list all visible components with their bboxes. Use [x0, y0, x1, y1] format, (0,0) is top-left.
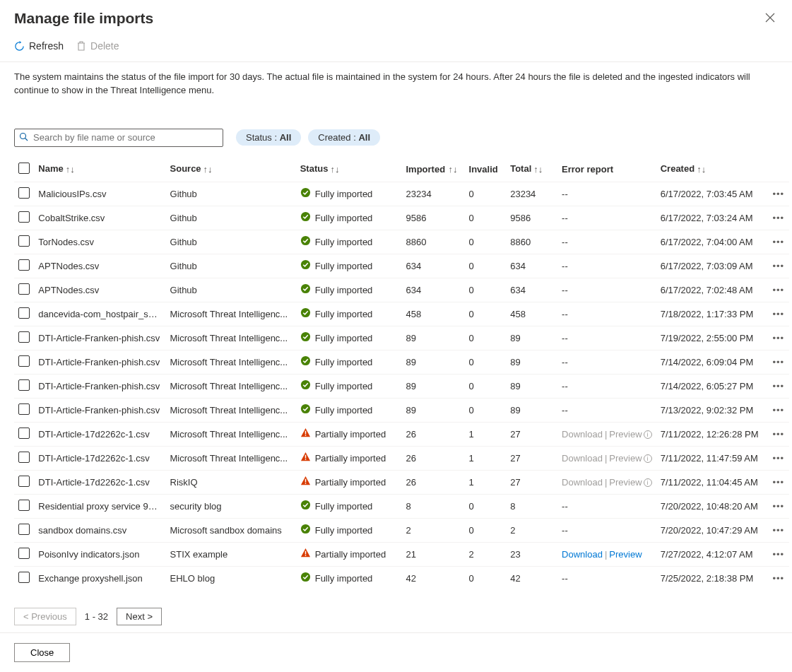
svg-point-6: [301, 284, 310, 293]
error-download-link[interactable]: Download: [562, 453, 603, 464]
row-menu-button[interactable]: •••: [768, 326, 789, 350]
row-menu-button[interactable]: •••: [768, 518, 789, 542]
prev-page-button[interactable]: < Previous: [14, 608, 76, 625]
col-invalid[interactable]: Invalid: [465, 157, 507, 182]
row-checkbox[interactable]: [18, 331, 30, 343]
delete-button[interactable]: Delete: [76, 40, 119, 52]
col-imported[interactable]: Imported↑↓: [401, 157, 464, 182]
imports-table: Name↑↓ Source↑↓ Status↑↓ Imported↑↓ Inva…: [14, 157, 789, 590]
select-all-checkbox[interactable]: [18, 163, 30, 174]
table-row: DTI-Article-Franken-phish.csvMicrosoft T…: [14, 374, 789, 398]
error-preview-link[interactable]: Preview: [609, 429, 642, 440]
cell-source: STIX example: [166, 542, 296, 566]
filter-created-pill[interactable]: Created : All: [308, 129, 380, 146]
row-checkbox[interactable]: [18, 307, 30, 319]
row-menu-button[interactable]: •••: [768, 302, 789, 326]
warning-triangle-icon: [300, 476, 311, 488]
row-checkbox[interactable]: [18, 572, 30, 583]
cell-total: 2: [506, 518, 557, 542]
row-menu-button[interactable]: •••: [768, 182, 789, 206]
cell-total: 458: [506, 302, 557, 326]
info-icon: i: [644, 478, 652, 487]
error-download-link[interactable]: Download: [562, 429, 603, 440]
row-checkbox[interactable]: [18, 379, 30, 391]
error-preview-link[interactable]: Preview: [609, 453, 642, 464]
cell-created: 7/14/2022, 6:05:27 PM: [656, 374, 768, 398]
col-source[interactable]: Source↑↓: [166, 157, 296, 182]
refresh-button[interactable]: Refresh: [14, 40, 64, 52]
sort-icon: ↑↓: [449, 164, 458, 175]
close-icon-button[interactable]: [762, 10, 778, 28]
row-menu-button[interactable]: •••: [768, 398, 789, 422]
row-menu-button[interactable]: •••: [768, 470, 789, 494]
warning-triangle-icon: [300, 548, 311, 560]
table-row: APTNodes.csvGithubFully imported6340634-…: [14, 254, 789, 278]
row-menu-button[interactable]: •••: [768, 254, 789, 278]
cell-created: 7/20/2022, 10:47:29 AM: [656, 518, 768, 542]
cell-name: Exchange proxyshell.json: [34, 566, 165, 590]
row-checkbox[interactable]: [18, 187, 30, 199]
error-preview-link[interactable]: Preview: [609, 549, 642, 560]
error-report-none: --: [562, 189, 568, 199]
cell-total: 634: [506, 254, 557, 278]
cell-imported: 634: [401, 278, 464, 302]
col-name[interactable]: Name↑↓: [34, 157, 165, 182]
row-checkbox[interactable]: [18, 524, 30, 535]
svg-rect-14: [305, 455, 306, 459]
error-preview-link[interactable]: Preview: [609, 477, 642, 488]
cell-error-report: Download|Previewi: [557, 422, 656, 446]
cell-imported: 23234: [401, 182, 464, 206]
row-menu-button[interactable]: •••: [768, 374, 789, 398]
cell-source: RiskIQ: [166, 470, 296, 494]
cell-status: Fully imported: [315, 261, 373, 271]
cell-error-report: Download|Preview: [557, 542, 656, 566]
error-report-none: --: [562, 261, 568, 271]
col-error-report[interactable]: Error report: [557, 157, 656, 182]
cell-created: 7/11/2022, 12:26:28 PM: [656, 422, 768, 446]
row-menu-button[interactable]: •••: [768, 422, 789, 446]
cell-invalid: 0: [465, 230, 507, 254]
search-input[interactable]: [14, 129, 223, 147]
sort-icon: ↑↓: [330, 164, 339, 175]
row-checkbox[interactable]: [18, 500, 30, 511]
row-checkbox[interactable]: [18, 428, 30, 439]
warning-triangle-icon: [300, 428, 311, 440]
cell-name: DTI-Article-17d2262c-1.csv: [34, 470, 165, 494]
row-menu-button[interactable]: •••: [768, 206, 789, 230]
next-page-button[interactable]: Next >: [117, 608, 162, 625]
row-menu-button[interactable]: •••: [768, 230, 789, 254]
row-checkbox[interactable]: [18, 403, 30, 415]
svg-point-22: [301, 572, 310, 582]
row-checkbox[interactable]: [18, 211, 30, 223]
row-menu-button[interactable]: •••: [768, 494, 789, 518]
row-checkbox[interactable]: [18, 283, 30, 295]
row-checkbox[interactable]: [18, 259, 30, 271]
sort-icon: ↑↓: [203, 164, 213, 175]
cell-status: Partially imported: [315, 477, 386, 488]
cell-invalid: 0: [465, 494, 507, 518]
error-download-link[interactable]: Download: [562, 549, 603, 560]
row-menu-button[interactable]: •••: [768, 350, 789, 374]
row-checkbox[interactable]: [18, 548, 30, 559]
row-checkbox[interactable]: [18, 476, 30, 487]
checkmark-circle-icon: [300, 283, 311, 296]
row-checkbox[interactable]: [18, 235, 30, 247]
row-menu-button[interactable]: •••: [768, 566, 789, 590]
row-menu-button[interactable]: •••: [768, 446, 789, 470]
cell-total: 8860: [506, 230, 557, 254]
close-button[interactable]: Close: [14, 643, 70, 662]
sort-icon: ↑↓: [697, 164, 706, 175]
table-row: CobaltStrike.csvGithubFully imported9586…: [14, 206, 789, 230]
row-checkbox[interactable]: [18, 355, 30, 367]
col-created[interactable]: Created↑↓: [656, 157, 768, 182]
col-status[interactable]: Status↑↓: [296, 157, 402, 182]
filter-status-pill[interactable]: Status : All: [236, 129, 301, 146]
row-menu-button[interactable]: •••: [768, 278, 789, 302]
cell-imported: 89: [401, 350, 464, 374]
row-menu-button[interactable]: •••: [768, 542, 789, 566]
row-checkbox[interactable]: [18, 452, 30, 463]
table-row: APTNodes.csvGithubFully imported6340634-…: [14, 278, 789, 302]
col-total[interactable]: Total↑↓: [506, 157, 557, 182]
cell-error-report: --: [557, 494, 656, 518]
error-download-link[interactable]: Download: [562, 477, 603, 488]
